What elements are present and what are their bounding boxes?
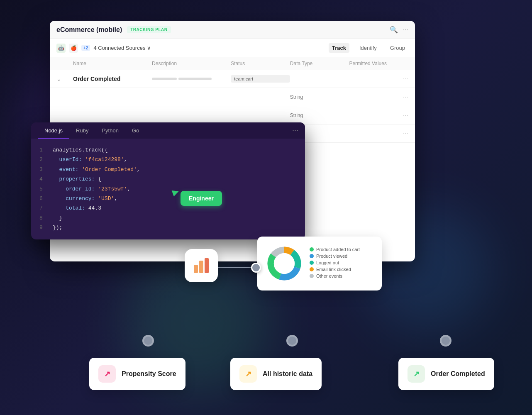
propensity-icon: ↗ [98, 365, 116, 383]
row-name: Order Completed [73, 76, 152, 82]
legend-dot-3 [310, 261, 314, 265]
dots-icon[interactable]: ··· [403, 26, 408, 34]
code-panel: Node.js Ruby Python Go ··· 1 analytics.t… [31, 122, 305, 239]
propensity-arrow-icon: ↗ [104, 369, 110, 378]
row-1-dots[interactable]: ··· [403, 93, 408, 101]
tab-identify[interactable]: Identify [356, 43, 380, 53]
code-line-3: 3 event: 'Order Completed', [39, 165, 297, 174]
bar-3 [205, 258, 209, 273]
legend-dot-5 [310, 274, 314, 278]
empty-row-2: String ··· [50, 106, 415, 124]
row-dots[interactable]: ··· [403, 75, 408, 83]
sources-row: 🤖 🍎 +2 4 Connected Sources ∨ Track Ident… [50, 39, 415, 57]
search-icon[interactable]: 🔍 [390, 26, 398, 34]
code-tab-python[interactable]: Python [95, 122, 125, 139]
code-tab-go[interactable]: Go [125, 122, 146, 139]
chevron-down-icon: ∨ [147, 45, 151, 51]
bottom-connector-1 [142, 335, 154, 347]
string-label-1: String [290, 94, 349, 100]
connector-line [218, 267, 251, 268]
row-description [152, 78, 231, 80]
historic-icon: ↗ [239, 365, 257, 383]
chart-legend: Product added to cart Product viewed Log… [310, 247, 373, 280]
code-line-9: 9 }); [39, 223, 297, 232]
code-line-7: 7 total: 44.3 [39, 203, 297, 213]
connected-sources-label[interactable]: 4 Connected Sources ∨ [93, 45, 151, 51]
analytics-bars [194, 258, 209, 273]
row-3-dots[interactable]: ··· [403, 130, 408, 137]
android-icon: 🤖 [56, 44, 66, 53]
legend-item-1: Product added to cart [310, 247, 373, 252]
app-title: eCommerce (mobile) [56, 26, 122, 34]
legend-text-3: Logged out [316, 260, 339, 265]
sources-left: 🤖 🍎 +2 4 Connected Sources ∨ [56, 44, 151, 53]
connector-dot [251, 263, 261, 273]
code-line-1: 1 analytics.track({ [39, 145, 297, 155]
source-plus-count: +2 [81, 45, 90, 51]
table-header: Name Description Status Data Type Permit… [50, 57, 415, 70]
legend-text-5: Other events [316, 273, 342, 278]
col-header-datatype: Data Type [290, 61, 349, 66]
row-expand-icon[interactable]: ⌄ [56, 76, 73, 82]
legend-text-4: Email link clicked [316, 267, 351, 272]
string-label-2: String [290, 112, 349, 118]
order-arrow-icon: ↗ [413, 369, 420, 378]
code-line-6: 6 currency: 'USD', [39, 194, 297, 203]
table-row[interactable]: ⌄ Order Completed team:cart ··· [50, 70, 415, 88]
all-historic-label: All historic data [263, 370, 312, 378]
legend-item-3: Logged out [310, 260, 373, 265]
code-line-5: 5 order_id: '23fs5wf', [39, 184, 297, 194]
legend-item-2: Product viewed [310, 254, 373, 259]
apple-icon: 🍎 [69, 44, 78, 53]
legend-item-4: Email link clicked [310, 267, 373, 272]
col-header-name: Name [73, 61, 152, 66]
donut-chart [266, 245, 303, 282]
tracking-plan-badge: TRACKING PLAN [127, 26, 171, 33]
desc-bar-1 [152, 78, 177, 80]
code-line-8: 8 } [39, 213, 297, 223]
order-icon: ↗ [408, 365, 425, 383]
status-badge: team:cart [231, 75, 290, 83]
col-header-expand [56, 61, 73, 66]
col-header-description: Description [152, 61, 231, 66]
row-2-dots[interactable]: ··· [403, 112, 408, 119]
propensity-score-label: Propensity Score [122, 370, 176, 378]
code-line-2: 2 userId: 'f4ca124298', [39, 155, 297, 164]
bottom-card-all-historic: ↗ All historic data [230, 358, 322, 390]
bottom-card-propensity-score: ↗ Propensity Score [89, 358, 185, 390]
browser-actions: 🔍 ··· [390, 26, 408, 34]
code-body: 1 analytics.track({ 2 userId: 'f4ca12429… [31, 139, 305, 239]
bottom-card-order-completed: ↗ Order Completed [398, 358, 494, 390]
tab-group[interactable]: Group [387, 43, 408, 53]
code-tab-nodejs[interactable]: Node.js [38, 122, 69, 139]
desc-bar-2 [178, 78, 212, 80]
analytics-icon-container [185, 249, 218, 282]
chart-card: Product added to cart Product viewed Log… [257, 237, 382, 290]
legend-dot-2 [310, 254, 314, 258]
engineer-label: Engineer [189, 195, 214, 202]
bottom-connector-3 [440, 335, 451, 347]
col-header-status: Status [231, 61, 290, 66]
svg-point-5 [274, 253, 295, 274]
legend-text-1: Product added to cart [316, 247, 360, 252]
legend-dot-1 [310, 247, 314, 251]
bar-2 [199, 261, 203, 273]
code-tab-dots[interactable]: ··· [292, 126, 298, 135]
code-tabs: Node.js Ruby Python Go ··· [31, 122, 305, 139]
code-tab-ruby[interactable]: Ruby [69, 122, 95, 139]
historic-arrow-icon: ↗ [245, 369, 251, 378]
engineer-tooltip: Engineer [181, 191, 222, 206]
browser-header: eCommerce (mobile) TRACKING PLAN 🔍 ··· [50, 21, 415, 39]
col-header-permitted: Permitted Values [349, 61, 408, 66]
legend-item-5: Other events [310, 273, 373, 278]
empty-row-1: String ··· [50, 88, 415, 106]
code-line-4: 4 properties: { [39, 174, 297, 184]
sources-right: Track Identify Group [329, 43, 408, 53]
order-completed-label: Order Completed [431, 370, 485, 378]
bar-1 [194, 265, 198, 273]
legend-text-2: Product viewed [316, 254, 347, 259]
bottom-connector-2 [286, 335, 298, 347]
tab-track[interactable]: Track [329, 43, 349, 53]
legend-dot-4 [310, 267, 314, 271]
browser-title-area: eCommerce (mobile) TRACKING PLAN [56, 26, 171, 34]
